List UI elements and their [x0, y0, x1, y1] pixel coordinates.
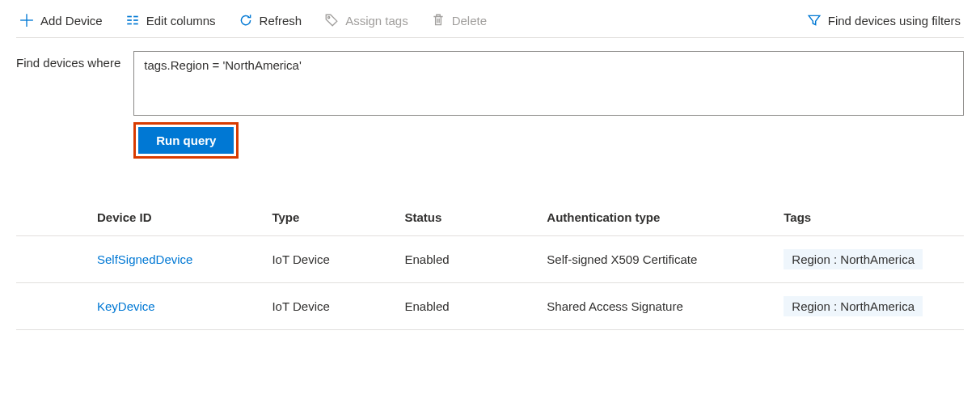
- refresh-label: Refresh: [260, 14, 302, 28]
- edit-columns-button[interactable]: Edit columns: [122, 11, 219, 29]
- assign-tags-button[interactable]: Assign tags: [321, 11, 412, 29]
- query-label: Find devices where: [16, 51, 120, 70]
- refresh-button[interactable]: Refresh: [235, 11, 306, 29]
- filter-icon: [807, 13, 822, 28]
- toolbar: Add Device Edit columns Refresh Assign t…: [16, 6, 964, 38]
- cell-auth: Shared Access Signature: [547, 283, 784, 330]
- table-row: SelfSignedDevice IoT Device Enabled Self…: [16, 236, 964, 283]
- run-highlight: Run query: [133, 122, 239, 159]
- tag-badge: Region : NorthAmerica: [784, 249, 923, 269]
- add-device-label: Add Device: [40, 14, 103, 28]
- cell-type: IoT Device: [272, 236, 404, 283]
- cell-status: Enabled: [405, 283, 547, 330]
- add-device-button[interactable]: Add Device: [16, 11, 106, 29]
- table-row: KeyDevice IoT Device Enabled Shared Acce…: [16, 283, 964, 330]
- delete-label: Delete: [452, 14, 487, 28]
- query-right: Run query: [133, 51, 964, 159]
- assign-tags-label: Assign tags: [345, 14, 408, 28]
- cell-type: IoT Device: [272, 283, 404, 330]
- device-link[interactable]: SelfSignedDevice: [97, 252, 192, 266]
- query-row: Find devices where Run query: [16, 51, 964, 159]
- header-type[interactable]: Type: [272, 199, 404, 236]
- device-link[interactable]: KeyDevice: [97, 299, 155, 313]
- plus-icon: [19, 13, 34, 28]
- header-status[interactable]: Status: [405, 199, 547, 236]
- columns-icon: [125, 13, 140, 28]
- tag-icon: [324, 13, 339, 28]
- run-row: Run query: [133, 122, 964, 159]
- refresh-icon: [239, 13, 253, 28]
- trash-icon: [431, 13, 446, 28]
- edit-columns-label: Edit columns: [146, 14, 216, 28]
- svg-point-8: [328, 17, 330, 19]
- devices-table: Device ID Type Status Authentication typ…: [16, 199, 964, 330]
- delete-button[interactable]: Delete: [428, 11, 490, 29]
- find-devices-filter-label: Find devices using filters: [828, 14, 961, 28]
- table-header-row: Device ID Type Status Authentication typ…: [16, 199, 964, 236]
- find-devices-filter-button[interactable]: Find devices using filters: [804, 11, 964, 29]
- header-device-id[interactable]: Device ID: [16, 199, 272, 236]
- header-auth-type[interactable]: Authentication type: [547, 199, 784, 236]
- cell-status: Enabled: [405, 236, 547, 283]
- query-input[interactable]: [133, 51, 964, 116]
- header-tags[interactable]: Tags: [784, 199, 964, 236]
- cell-auth: Self-signed X509 Certificate: [547, 236, 784, 283]
- run-query-button[interactable]: Run query: [138, 127, 234, 154]
- tag-badge: Region : NorthAmerica: [784, 296, 923, 316]
